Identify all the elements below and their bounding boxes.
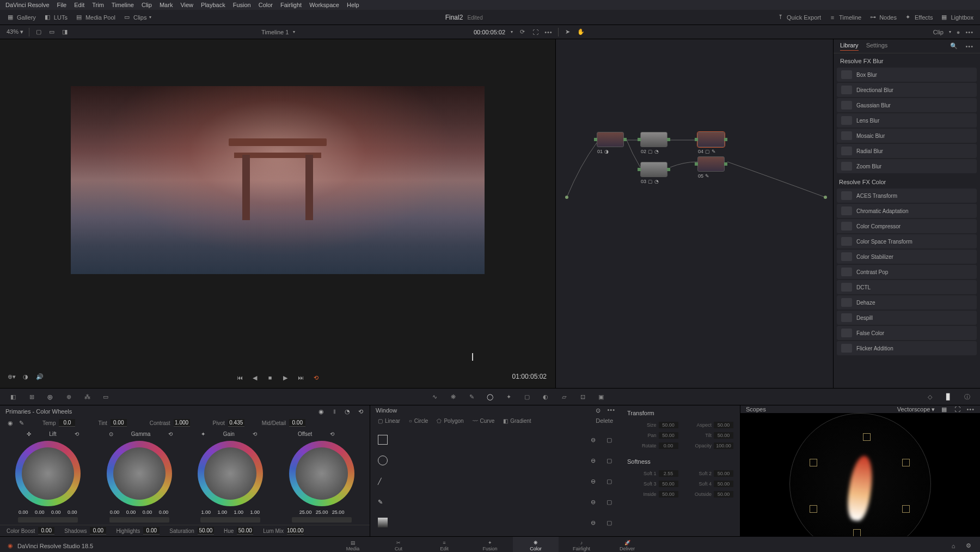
fx-directional-blur[interactable]: Directional Blur [837,83,977,97]
qualifier-icon[interactable]: ✎ [466,391,477,402]
settings-tab[interactable]: Settings [866,42,888,50]
lift-picker-icon[interactable]: ✜ [25,430,33,438]
effects-button[interactable]: ✦Effects [904,14,933,21]
media-page[interactable]: ▤Media [330,537,376,553]
scope-more-icon[interactable]: ••• [966,406,975,413]
scopes-icon[interactable]: ▊ [943,391,954,402]
camera-raw-icon[interactable]: ◧ [8,391,19,402]
menu-trim[interactable]: Trim [92,2,104,8]
soft1-field[interactable]: 2.55 [659,470,678,477]
opacity-field[interactable]: 100.00 [714,442,733,449]
offset-jog[interactable] [292,517,352,523]
tint-field[interactable]: 0.00 [111,419,127,427]
viewmode3-icon[interactable]: ◨ [61,28,69,36]
timecode-field[interactable]: 00:00:05:02 [474,29,505,35]
soft2-field[interactable]: 50.00 [714,470,733,477]
viewer-image[interactable] [0,39,555,353]
mediapool-button[interactable]: ▤Media Pool [75,14,115,21]
window-row-circle[interactable]: ⊖▢ [378,450,613,471]
lib-more-icon[interactable]: ••• [965,43,973,50]
menu-help[interactable]: Help [347,2,359,8]
cut-page[interactable]: ✂Cut [376,537,421,553]
lummix-field[interactable]: 100.00 [287,527,304,535]
lift-reset-icon[interactable]: ⟲ [73,430,81,438]
search-icon[interactable]: 🔍 [950,43,958,50]
contrast-field[interactable]: 1.000 [174,419,190,427]
tracking-icon[interactable]: ✦ [503,391,514,402]
mask-icon[interactable]: ▢ [605,436,613,444]
window-icon[interactable]: ◯ [485,391,495,402]
refresh-icon[interactable]: ⟳ [518,28,526,36]
motion-icon[interactable]: ▭ [100,391,111,402]
fx-cst[interactable]: Color Space Transform [837,234,977,248]
reset-icon[interactable]: ⟲ [357,408,364,415]
lift-jog[interactable] [18,517,78,523]
node-05[interactable]: 05 ✎ [697,156,725,172]
gamma-reset-icon[interactable]: ⟲ [167,430,174,438]
fx-flicker[interactable]: Flicker Addition [837,341,977,355]
blur-palette-icon[interactable]: ◐ [540,391,551,402]
invert-icon[interactable]: ⊖ [589,498,597,506]
last-frame-button[interactable]: ⏭ [296,373,305,383]
menu-workspace[interactable]: Workspace [309,2,339,8]
prev-button[interactable]: ◀ [250,373,260,383]
timeline-button[interactable]: ≡Timeline [829,14,861,21]
split-icon[interactable]: ◑ [22,373,29,380]
menu-fairlight[interactable]: Fairlight [280,2,302,8]
fusion-page[interactable]: ✦Fusion [467,537,513,553]
bypass-icon[interactable]: ⊕▾ [8,373,15,380]
highlights-field[interactable]: 0.00 [143,527,160,535]
shadows-field[interactable]: 0.00 [90,527,106,535]
color-page[interactable]: ❋Color [513,537,559,553]
pan-field[interactable]: 50.00 [659,432,678,439]
loop-button[interactable]: ⟲ [311,373,321,383]
gallery-button[interactable]: ▦Gallery [7,14,36,21]
window-row-gradient[interactable]: ⊖▢ [378,512,613,533]
scope-expand-icon[interactable]: ⛶ [953,405,961,413]
fx-aces[interactable]: ACES Transform [837,189,977,203]
mask-icon[interactable]: ▢ [605,457,613,464]
circle-button[interactable]: ○Circle [409,418,428,424]
fx-zoom-blur[interactable]: Zoom Blur [837,159,977,173]
invert-icon[interactable]: ⊖ [589,457,597,464]
rgb-mixer-icon[interactable]: ⁂ [82,391,93,402]
lightbox-button[interactable]: ▦Lightbox [940,14,973,21]
play-button[interactable]: ▶ [280,373,290,383]
timeline-name[interactable]: Timeline 1 [261,29,289,35]
pointer-icon[interactable]: ➤ [564,28,572,36]
fx-mosaic-blur[interactable]: Mosaic Blur [837,129,977,143]
lift-wheel[interactable] [15,441,81,506]
quickexport-button[interactable]: ⤒Quick Export [776,14,821,21]
fx-contrastpop[interactable]: Contrast Pop [837,265,977,279]
fx-falsecolor[interactable]: False Color [837,326,977,340]
fx-chromatic[interactable]: Chromatic Adaptation [837,204,977,218]
menu-app[interactable]: DaVinci Resolve [5,2,50,8]
gamma-wheel[interactable] [107,441,172,506]
saturation-field[interactable]: 50.00 [198,527,214,535]
node-01[interactable]: 01 ◑ [597,132,624,147]
temp-field[interactable]: 0.0 [59,419,75,427]
mask-icon[interactable]: ▢ [605,519,613,526]
fx-lens-blur[interactable]: Lens Blur [837,113,977,128]
wheels-icon[interactable]: ◎ [45,391,56,402]
luts-button[interactable]: ◧LUTs [44,14,68,21]
curves-icon[interactable]: ∿ [429,391,440,402]
menu-playback[interactable]: Playback [201,2,225,8]
gamma-jog[interactable] [109,517,169,523]
clip-label[interactable]: Clip [933,29,944,35]
more2-icon[interactable]: ••• [965,29,973,35]
wheels-mode-icon[interactable]: ◉ [317,408,325,415]
outside-field[interactable]: 50.00 [714,491,733,498]
bars-mode-icon[interactable]: ⦀ [330,408,338,415]
edit-page[interactable]: ≡Edit [421,537,467,553]
win-opts-icon[interactable]: ⊙ [594,407,602,414]
viewmode2-icon[interactable]: ▭ [48,28,56,36]
picker-icon[interactable]: ◉ [7,419,14,427]
gradient-button[interactable]: ◧Gradient [503,418,531,424]
scope-type-dropdown[interactable]: Vectorscope ▾ [897,406,935,413]
gain-reset-icon[interactable]: ⟲ [251,430,259,438]
menu-mark[interactable]: Mark [160,2,173,8]
offset-wheel[interactable] [289,441,354,506]
middetail-field[interactable]: 0.00 [289,419,305,427]
fairlight-page[interactable]: ♪Fairlight [559,537,604,553]
